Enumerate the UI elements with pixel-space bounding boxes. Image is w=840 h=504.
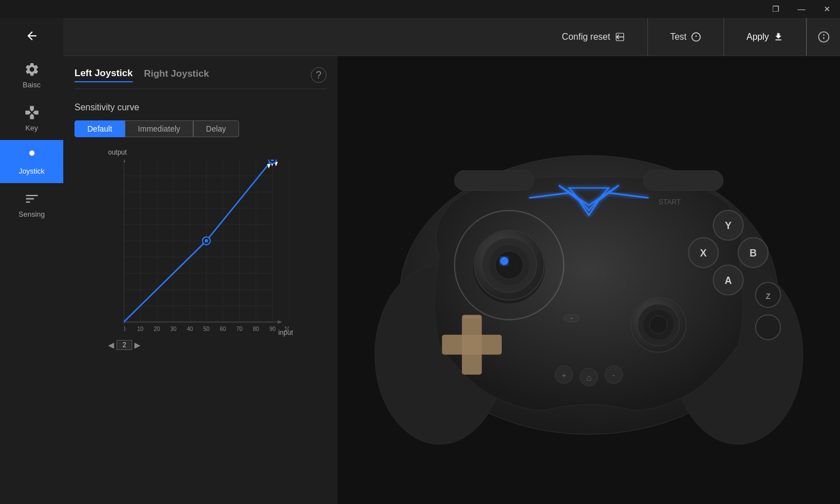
curve-btn-immediately[interactable]: Immediately [125, 120, 193, 137]
toolbar: Config reset Test Apply [63, 18, 840, 56]
help-button[interactable]: ? [311, 67, 326, 83]
svg-text:Y: Y [725, 220, 731, 231]
curve-mode-buttons: Default Immediately Delay [74, 120, 326, 137]
svg-text:-: - [570, 314, 572, 322]
sidebar-basic-label: Baisc [23, 81, 41, 89]
svg-text:80: 80 [253, 326, 259, 332]
settings-panel: Left Joystick Right Joystick ? Sensitivi… [63, 56, 338, 504]
svg-point-83 [650, 316, 668, 334]
svg-text:-: - [613, 371, 615, 380]
gear-icon [24, 62, 40, 77]
arrow-right[interactable]: ▶ [134, 340, 141, 349]
svg-point-73 [495, 251, 523, 279]
tab-left-joystick[interactable]: Left Joystick [74, 68, 133, 82]
controller-background: START [338, 56, 840, 504]
controller-image-area: START [338, 56, 840, 504]
output-label: output [108, 148, 127, 156]
reset-icon [615, 32, 625, 42]
svg-point-94 [755, 315, 780, 339]
svg-line-54 [124, 241, 207, 322]
close-button[interactable]: ✕ [814, 0, 840, 18]
content-area: Left Joystick Right Joystick ? Sensitivi… [63, 56, 840, 504]
svg-text:90: 90 [269, 326, 276, 332]
sensing-icon [24, 191, 40, 207]
toolbar-right: Config reset Test Apply [539, 18, 840, 55]
test-icon [691, 32, 701, 42]
svg-text:START: START [659, 198, 681, 206]
svg-rect-79 [464, 316, 480, 319]
tab-right-joystick[interactable]: Right Joystick [144, 68, 209, 82]
joystick-icon [24, 148, 40, 164]
svg-text:60: 60 [220, 326, 226, 332]
chart-bottom-control: ◀ 2 ▶ [108, 340, 141, 350]
svg-point-74 [500, 257, 508, 265]
svg-text:10: 10 [137, 326, 144, 332]
test-button[interactable]: Test [648, 18, 724, 55]
curve-btn-delay[interactable]: Delay [193, 120, 239, 137]
svg-text:30: 30 [170, 326, 177, 332]
tab-bar: Left Joystick Right Joystick ? [74, 67, 326, 89]
svg-marker-52 [278, 320, 282, 324]
svg-text:70: 70 [236, 326, 243, 332]
curve-btn-default[interactable]: Default [74, 120, 125, 137]
svg-text:⌂: ⌂ [586, 373, 592, 382]
svg-text:20: 20 [153, 326, 160, 332]
bottom-value-box[interactable]: 2 [116, 340, 132, 350]
svg-text:50: 50 [203, 326, 210, 332]
svg-marker-53 [124, 160, 125, 162]
config-reset-label: Config reset [562, 32, 610, 42]
svg-text:100: 100 [284, 326, 289, 332]
svg-text:Z: Z [766, 292, 771, 301]
sidebar-item-joystick[interactable]: Joystick [0, 140, 63, 183]
gamepad-icon [24, 105, 40, 120]
info-icon [818, 31, 830, 43]
sensitivity-chart: output input [108, 148, 293, 350]
sidebar-sensing-label: Sensing [18, 210, 45, 218]
back-button[interactable] [0, 24, 63, 54]
sensitivity-curve-label: Sensitivity curve [74, 102, 326, 113]
svg-rect-78 [462, 335, 482, 355]
sidebar: Baisc Key Joystick Sensing [0, 18, 63, 504]
sidebar-item-sensing[interactable]: Sensing [0, 183, 63, 226]
controller-svg: START [338, 56, 840, 504]
svg-point-0 [29, 151, 34, 156]
svg-text:B: B [749, 248, 757, 259]
svg-text:A: A [725, 275, 732, 286]
sidebar-item-key[interactable]: Key [0, 97, 63, 140]
svg-text:+: + [562, 371, 566, 380]
restore-button[interactable]: ❐ [763, 0, 788, 18]
toolbar-center [127, 18, 539, 55]
minimize-button[interactable]: — [788, 0, 814, 18]
test-label: Test [670, 32, 687, 42]
sidebar-joystick-label: Joystick [18, 167, 44, 175]
apply-label: Apply [746, 32, 769, 42]
apply-icon [773, 32, 783, 42]
main-layout: Baisc Key Joystick Sensing [0, 18, 840, 504]
sidebar-key-label: Key [25, 124, 38, 132]
window-controls: ❐ — ✕ [763, 0, 840, 18]
info-button[interactable] [806, 18, 840, 55]
control-point-mid-inner [205, 239, 208, 242]
apply-button[interactable]: Apply [724, 18, 806, 55]
svg-text:40: 40 [186, 326, 193, 332]
svg-text:0: 0 [124, 326, 125, 332]
svg-rect-60 [455, 170, 534, 190]
sidebar-item-basic[interactable]: Baisc [0, 54, 63, 97]
chart-svg[interactable]: 0 10 20 30 40 50 60 70 80 90 100 0 10 [124, 160, 289, 339]
title-bar: ❐ — ✕ [0, 0, 840, 18]
config-reset-button[interactable]: Config reset [539, 18, 647, 55]
svg-text:X: X [700, 248, 707, 259]
back-icon [25, 29, 39, 43]
svg-rect-61 [643, 170, 723, 190]
arrow-left[interactable]: ◀ [108, 340, 114, 349]
